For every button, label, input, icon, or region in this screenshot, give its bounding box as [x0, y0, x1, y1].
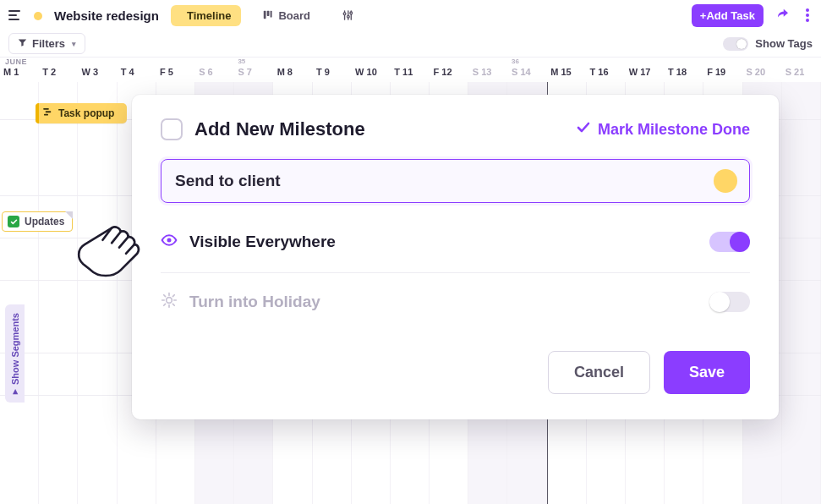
day-label: T 11 [391, 59, 430, 82]
check-icon [577, 121, 590, 139]
day-header[interactable]: S 1436 [508, 59, 547, 82]
turn-into-holiday-label: Turn into Holiday [189, 293, 320, 311]
grid-column [78, 82, 117, 504]
turn-into-holiday-toggle[interactable] [709, 292, 750, 312]
svg-rect-5 [271, 10, 272, 17]
tab-board-label: Board [278, 9, 310, 22]
show-segments-tab[interactable]: ▸ Show Segments [5, 304, 25, 403]
eye-icon [161, 232, 178, 252]
day-header[interactable]: S 21 [782, 59, 821, 82]
svg-point-15 [167, 238, 172, 243]
day-label: W 3 [78, 59, 117, 82]
day-header[interactable]: W 10 [352, 59, 391, 82]
more-menu-icon[interactable] [802, 5, 813, 25]
funnel-icon [18, 37, 27, 50]
svg-rect-3 [264, 10, 266, 18]
svg-rect-13 [46, 111, 52, 112]
grid-column [782, 82, 821, 504]
visible-everywhere-label: Visible Everywhere [189, 233, 336, 251]
grid-column [39, 82, 78, 504]
day-label: W 17 [626, 59, 665, 82]
menu-icon[interactable] [8, 7, 20, 24]
filters-button[interactable]: Filters ▾ [8, 33, 85, 54]
week-number: 36 [512, 58, 519, 65]
day-header[interactable]: S 20 [742, 59, 781, 82]
day-label: T 4 [118, 59, 156, 82]
day-label: S 13 [469, 59, 508, 82]
day-label: M 15 [547, 59, 586, 82]
day-header[interactable]: T 9 [313, 59, 352, 82]
task-chip-popup[interactable]: Task popup [36, 103, 127, 123]
day-header[interactable]: W 17 [626, 59, 665, 82]
day-label: W 10 [352, 59, 391, 82]
day-header[interactable]: M 8 [274, 59, 313, 82]
app-header: Website redesign Timeline Board +Add Tas… [0, 0, 821, 30]
milestone-color-dot[interactable] [714, 169, 737, 193]
day-label: T 16 [587, 59, 626, 82]
day-label: F 5 [156, 59, 195, 82]
day-label: S 6 [195, 59, 234, 82]
day-header[interactable]: F 19 [703, 59, 742, 82]
day-label: M 1 [0, 59, 39, 82]
day-header[interactable]: W 3 [78, 59, 117, 82]
show-tags-toggle[interactable]: Show Tags [723, 37, 813, 51]
filter-bar: Filters ▾ Show Tags [0, 30, 821, 58]
day-label: F 12 [430, 59, 469, 82]
tab-timeline[interactable]: Timeline [171, 5, 242, 26]
day-label: F 19 [703, 59, 742, 82]
day-header[interactable]: T 18 [665, 59, 703, 82]
day-header[interactable]: S 6 [195, 59, 234, 82]
svg-point-7 [343, 13, 346, 15]
milestone-name-input[interactable]: Send to client [161, 159, 750, 203]
day-header[interactable]: T 4 [118, 59, 156, 82]
mark-done-button[interactable]: Mark Milestone Done [577, 121, 750, 139]
day-header[interactable]: F 5 [156, 59, 195, 82]
filters-label: Filters [32, 37, 65, 50]
svg-rect-14 [44, 114, 48, 116]
cancel-button[interactable]: Cancel [548, 351, 650, 394]
grid-column [0, 82, 39, 504]
day-header[interactable]: S 13 [469, 59, 508, 82]
tab-board[interactable]: Board [253, 5, 320, 26]
milestone-complete-checkbox[interactable] [161, 118, 183, 140]
save-button[interactable]: Save [664, 351, 750, 394]
day-label: T 9 [313, 59, 352, 82]
svg-line-24 [172, 295, 174, 297]
view-options-button[interactable] [332, 6, 363, 25]
board-icon [263, 9, 272, 22]
day-header[interactable]: M 15 [547, 59, 586, 82]
timeline-header: JUNE M 1T 2W 3T 4F 5S 6S 735M 8T 9W 10T … [0, 58, 821, 83]
svg-line-22 [172, 304, 174, 305]
toggle-switch-icon [723, 37, 748, 51]
turn-into-holiday-row: Turn into Holiday [161, 273, 750, 336]
task-chip-label: Updates [25, 216, 64, 227]
day-label: T 2 [39, 59, 78, 82]
checkmark-icon [8, 216, 19, 227]
project-color-dot [34, 12, 42, 20]
milestone-modal: Add New Milestone Mark Milestone Done Se… [132, 95, 779, 419]
svg-rect-12 [43, 108, 49, 110]
chevron-down-icon: ▾ [72, 40, 76, 48]
visible-everywhere-toggle[interactable] [709, 232, 750, 252]
day-label: S 21 [782, 59, 821, 82]
share-icon[interactable] [775, 6, 791, 25]
svg-point-16 [167, 298, 172, 304]
show-tags-label: Show Tags [755, 37, 813, 50]
day-header[interactable]: M 1 [0, 59, 39, 82]
svg-point-9 [348, 15, 350, 18]
add-task-button[interactable]: +Add Task [692, 4, 764, 27]
tab-timeline-label: Timeline [187, 9, 232, 22]
day-header[interactable]: F 12 [430, 59, 469, 82]
day-label: S 20 [742, 59, 781, 82]
modal-title: Add New Milestone [194, 118, 365, 140]
task-chip-updates[interactable]: Updates [2, 211, 73, 232]
day-header[interactable]: T 16 [587, 59, 626, 82]
sun-icon [161, 292, 178, 312]
day-header[interactable]: T 2 [39, 59, 78, 82]
day-header[interactable]: T 11 [391, 59, 430, 82]
day-header[interactable]: S 735 [234, 59, 273, 82]
svg-rect-4 [267, 10, 270, 15]
svg-line-21 [164, 295, 166, 297]
svg-point-11 [350, 12, 353, 14]
show-segments-label: Show Segments [10, 313, 20, 385]
